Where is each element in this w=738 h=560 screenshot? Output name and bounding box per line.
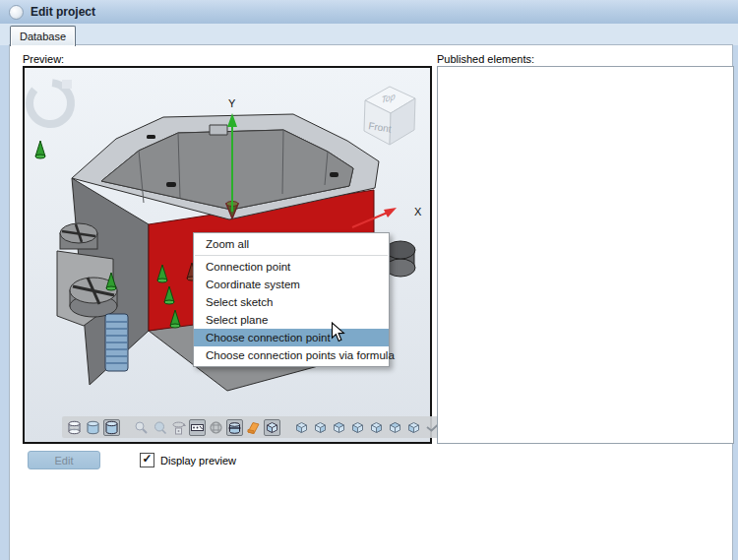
view-cube-icon (313, 420, 328, 435)
measure-icon (190, 420, 205, 435)
view-cube-icon (406, 420, 421, 435)
viewport-toolbar (62, 416, 445, 438)
plane-view-button[interactable] (245, 419, 262, 436)
preview-label: Preview: (23, 53, 64, 65)
tab-database[interactable]: Database (10, 26, 76, 46)
shaded-edges-cylinder-icon (104, 420, 119, 435)
std-view-7-button[interactable] (405, 419, 422, 436)
rotate-view-button[interactable] (170, 419, 187, 436)
shaded-view-button[interactable] (85, 419, 101, 436)
menu-item-select-plane[interactable]: Select plane (194, 311, 389, 329)
published-elements-list[interactable] (437, 66, 734, 444)
edit-button[interactable]: Edit (28, 451, 100, 469)
view-cube-icon (388, 420, 402, 435)
mouse-cursor (331, 322, 346, 343)
section-view-button[interactable] (226, 419, 243, 436)
title-bar[interactable]: Edit project (0, 0, 738, 24)
window-title: Edit project (31, 5, 95, 19)
std-view-4-button[interactable] (349, 419, 366, 436)
display-preview-label: Display preview (160, 455, 236, 467)
zoom-sphere-button[interactable] (152, 419, 168, 436)
axis-x-label: X (414, 206, 422, 218)
display-preview-row: ✓ Display preview (140, 453, 236, 467)
std-view-6-button[interactable] (387, 419, 403, 436)
orange-plane-icon (246, 420, 261, 435)
check-icon: ✓ (142, 454, 152, 465)
std-view-3-button[interactable] (331, 419, 347, 436)
menu-item-zoom-all[interactable]: Zoom all (194, 235, 389, 253)
section-cylinder-icon (227, 420, 242, 435)
mesh-view-button[interactable] (208, 419, 224, 436)
published-elements-label: Published elements: (437, 53, 534, 65)
view-cube-icon (350, 420, 365, 435)
edit-project-window: Edit project Database Preview: Published… (0, 0, 738, 560)
mesh-sphere-icon (209, 420, 223, 435)
menu-item-choose-connection-point[interactable]: Choose connection point (194, 329, 389, 346)
std-view-2-button[interactable] (312, 419, 329, 436)
wireframe-view-button[interactable] (66, 419, 83, 436)
menu-item-select-sketch[interactable]: Select sketch (194, 293, 389, 311)
menu-item-coordinate-system[interactable]: Coordinate system (194, 276, 389, 293)
std-view-1-button[interactable] (293, 419, 310, 436)
view-cube-icon (294, 420, 309, 435)
app-icon (9, 5, 24, 20)
context-menu: Zoom all Connection point Coordinate sys… (193, 232, 390, 367)
wireframe-cylinder-icon (67, 420, 82, 435)
tab-strip: Database (0, 24, 738, 45)
magnifier-icon (134, 420, 149, 435)
display-preview-checkbox[interactable]: ✓ (140, 453, 154, 467)
shaded-cylinder-icon (86, 420, 100, 435)
cube-icon (265, 420, 279, 435)
zoom-button[interactable] (133, 419, 150, 436)
right-clamp (386, 241, 415, 277)
zoom-sphere-icon (153, 420, 167, 435)
menu-item-connection-point[interactable]: Connection point (194, 258, 389, 276)
measure-button[interactable] (189, 419, 206, 436)
shaded-edges-view-button[interactable] (103, 419, 120, 436)
view-cube-icon (369, 420, 384, 435)
menu-item-choose-connection-points-via-formula[interactable]: Choose connection points via formula (194, 346, 389, 364)
rotate-icon (171, 420, 186, 435)
cube-view-button[interactable] (264, 419, 280, 436)
axis-y-label: Y (228, 97, 236, 109)
menu-separator (195, 255, 388, 256)
view-cube-icon (332, 420, 346, 435)
std-view-5-button[interactable] (368, 419, 385, 436)
